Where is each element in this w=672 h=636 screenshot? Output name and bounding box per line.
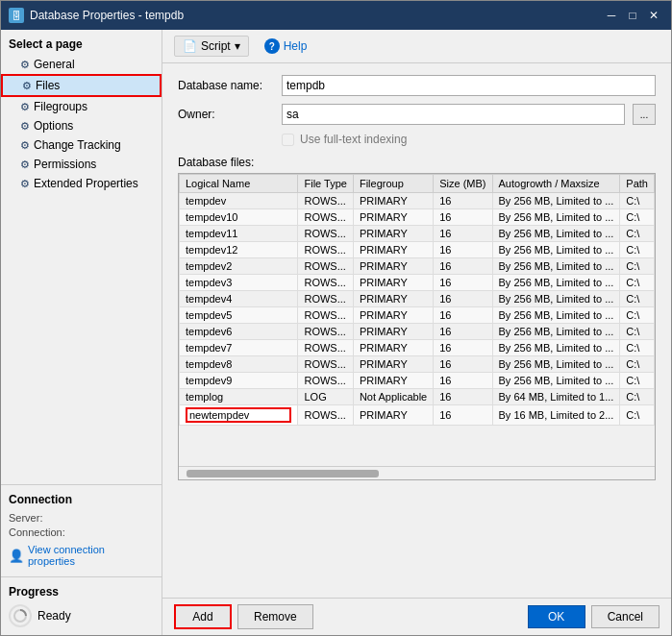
- table-cell-path[interactable]: C:\: [620, 340, 655, 356]
- table-cell-filegroup[interactable]: PRIMARY: [353, 307, 433, 324]
- owner-input[interactable]: [282, 104, 625, 125]
- table-cell-size[interactable]: 16: [434, 193, 492, 209]
- sidebar-item-extended-properties[interactable]: ⚙ Extended Properties: [1, 174, 162, 193]
- table-scroll[interactable]: Logical Name File Type Filegroup Size (M…: [179, 174, 655, 466]
- table-cell-autogrowth[interactable]: By 256 MB, Limited to ...: [492, 242, 620, 258]
- table-cell-logical_name[interactable]: tempdev4: [180, 291, 298, 307]
- table-row[interactable]: tempdev12ROWS...PRIMARY16By 256 MB, Limi…: [180, 242, 655, 258]
- table-cell-logical_name[interactable]: tempdev8: [180, 356, 298, 373]
- table-cell-path[interactable]: C:\: [620, 291, 655, 307]
- table-cell-logical_name[interactable]: tempdev2: [180, 258, 298, 275]
- table-cell-filegroup[interactable]: PRIMARY: [353, 209, 433, 226]
- table-cell-file_type[interactable]: LOG: [298, 389, 353, 405]
- remove-button[interactable]: Remove: [237, 604, 313, 629]
- table-cell-file_type[interactable]: ROWS...: [298, 291, 353, 307]
- table-row[interactable]: tempdev6ROWS...PRIMARY16By 256 MB, Limit…: [180, 324, 655, 340]
- table-cell-autogrowth[interactable]: By 256 MB, Limited to ...: [492, 373, 620, 389]
- table-cell-autogrowth[interactable]: By 256 MB, Limited to ...: [492, 340, 620, 356]
- table-cell-autogrowth[interactable]: By 256 MB, Limited to ...: [492, 226, 620, 242]
- table-cell-filegroup[interactable]: PRIMARY: [353, 405, 433, 426]
- table-row[interactable]: ROWS...PRIMARY16By 16 MB, Limited to 2..…: [180, 405, 655, 426]
- table-cell-filegroup[interactable]: PRIMARY: [353, 193, 433, 209]
- table-cell-path[interactable]: C:\: [620, 209, 655, 226]
- view-connection-properties-link[interactable]: 👤 View connection properties: [9, 542, 154, 569]
- table-cell-path[interactable]: C:\: [620, 389, 655, 405]
- close-button[interactable]: ✕: [644, 6, 663, 25]
- table-cell-filegroup[interactable]: PRIMARY: [353, 258, 433, 275]
- table-row[interactable]: tempdev3ROWS...PRIMARY16By 256 MB, Limit…: [180, 275, 655, 291]
- table-cell-file_type[interactable]: ROWS...: [298, 275, 353, 291]
- table-cell-autogrowth[interactable]: By 64 MB, Limited to 1...: [492, 389, 620, 405]
- table-cell-path[interactable]: C:\: [620, 373, 655, 389]
- table-row[interactable]: tempdev11ROWS...PRIMARY16By 256 MB, Limi…: [180, 226, 655, 242]
- table-cell-logical_name[interactable]: tempdev7: [180, 340, 298, 356]
- table-cell-path[interactable]: C:\: [620, 324, 655, 340]
- table-cell-path[interactable]: C:\: [620, 405, 655, 426]
- table-cell-file_type[interactable]: ROWS...: [298, 324, 353, 340]
- minimize-button[interactable]: ─: [602, 6, 621, 25]
- table-cell-size[interactable]: 16: [434, 242, 492, 258]
- db-name-input[interactable]: [282, 75, 656, 96]
- table-cell-logical_name[interactable]: templog: [180, 389, 298, 405]
- table-cell-file_type[interactable]: ROWS...: [298, 193, 353, 209]
- table-cell-logical_name[interactable]: [180, 405, 298, 426]
- table-cell-autogrowth[interactable]: By 16 MB, Limited to 2...: [492, 405, 620, 426]
- table-cell-logical_name[interactable]: tempdev3: [180, 275, 298, 291]
- table-row[interactable]: tempdev8ROWS...PRIMARY16By 256 MB, Limit…: [180, 356, 655, 373]
- table-cell-path[interactable]: C:\: [620, 193, 655, 209]
- table-cell-filegroup[interactable]: PRIMARY: [353, 291, 433, 307]
- table-cell-size[interactable]: 16: [434, 373, 492, 389]
- table-cell-file_type[interactable]: ROWS...: [298, 373, 353, 389]
- table-cell-logical_name[interactable]: tempdev5: [180, 307, 298, 324]
- sidebar-item-options[interactable]: ⚙ Options: [1, 116, 162, 135]
- table-cell-path[interactable]: C:\: [620, 226, 655, 242]
- table-cell-size[interactable]: 16: [434, 340, 492, 356]
- table-cell-autogrowth[interactable]: By 256 MB, Limited to ...: [492, 324, 620, 340]
- table-cell-autogrowth[interactable]: By 256 MB, Limited to ...: [492, 275, 620, 291]
- table-cell-filegroup[interactable]: PRIMARY: [353, 275, 433, 291]
- table-cell-logical_name[interactable]: tempdev11: [180, 226, 298, 242]
- table-row[interactable]: tempdev5ROWS...PRIMARY16By 256 MB, Limit…: [180, 307, 655, 324]
- table-cell-file_type[interactable]: ROWS...: [298, 258, 353, 275]
- table-cell-size[interactable]: 16: [434, 324, 492, 340]
- table-cell-file_type[interactable]: ROWS...: [298, 340, 353, 356]
- table-cell-size[interactable]: 16: [434, 275, 492, 291]
- table-cell-filegroup[interactable]: PRIMARY: [353, 373, 433, 389]
- table-cell-logical_name[interactable]: tempdev6: [180, 324, 298, 340]
- table-cell-logical_name[interactable]: tempdev10: [180, 209, 298, 226]
- sidebar-item-permissions[interactable]: ⚙ Permissions: [1, 155, 162, 174]
- table-cell-file_type[interactable]: ROWS...: [298, 226, 353, 242]
- table-cell-file_type[interactable]: ROWS...: [298, 307, 353, 324]
- table-cell-autogrowth[interactable]: By 256 MB, Limited to ...: [492, 258, 620, 275]
- sidebar-item-change-tracking[interactable]: ⚙ Change Tracking: [1, 135, 162, 155]
- table-cell-filegroup[interactable]: Not Applicable: [353, 389, 433, 405]
- table-row[interactable]: templogLOGNot Applicable16By 64 MB, Limi…: [180, 389, 655, 405]
- table-cell-file_type[interactable]: ROWS...: [298, 209, 353, 226]
- table-cell-filegroup[interactable]: PRIMARY: [353, 324, 433, 340]
- horizontal-scrollbar[interactable]: [179, 466, 655, 479]
- table-cell-autogrowth[interactable]: By 256 MB, Limited to ...: [492, 209, 620, 226]
- table-row[interactable]: tempdevROWS...PRIMARY16By 256 MB, Limite…: [180, 193, 655, 209]
- maximize-button[interactable]: □: [623, 6, 642, 25]
- sidebar-item-general[interactable]: ⚙ General: [1, 55, 162, 74]
- sidebar-item-filegroups[interactable]: ⚙ Filegroups: [1, 97, 162, 116]
- table-row[interactable]: tempdev2ROWS...PRIMARY16By 256 MB, Limit…: [180, 258, 655, 275]
- table-cell-size[interactable]: 16: [434, 389, 492, 405]
- sidebar-item-files[interactable]: ⚙ Files: [1, 74, 162, 97]
- table-cell-file_type[interactable]: ROWS...: [298, 356, 353, 373]
- table-cell-size[interactable]: 16: [434, 307, 492, 324]
- table-cell-autogrowth[interactable]: By 256 MB, Limited to ...: [492, 356, 620, 373]
- table-cell-path[interactable]: C:\: [620, 258, 655, 275]
- table-cell-size[interactable]: 16: [434, 356, 492, 373]
- table-cell-size[interactable]: 16: [434, 405, 492, 426]
- help-button[interactable]: ? Help: [257, 36, 315, 57]
- table-cell-autogrowth[interactable]: By 256 MB, Limited to ...: [492, 307, 620, 324]
- table-cell-size[interactable]: 16: [434, 258, 492, 275]
- table-cell-filegroup[interactable]: PRIMARY: [353, 226, 433, 242]
- editing-input-logical-name[interactable]: [186, 407, 291, 423]
- table-cell-filegroup[interactable]: PRIMARY: [353, 340, 433, 356]
- table-cell-filegroup[interactable]: PRIMARY: [353, 242, 433, 258]
- table-cell-autogrowth[interactable]: By 256 MB, Limited to ...: [492, 193, 620, 209]
- table-cell-size[interactable]: 16: [434, 209, 492, 226]
- ok-button[interactable]: OK: [528, 605, 585, 628]
